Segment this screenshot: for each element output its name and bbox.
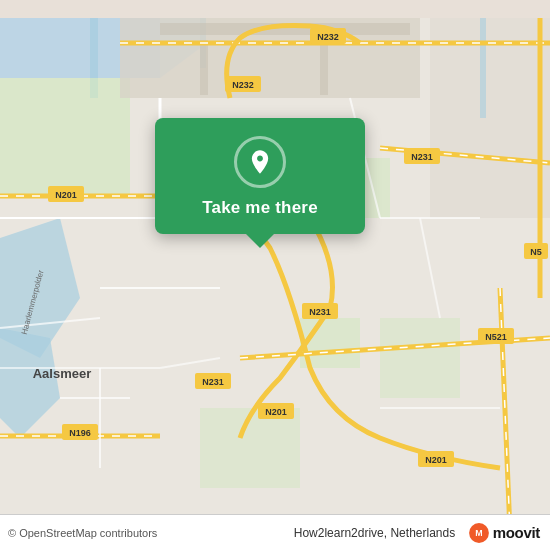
- svg-text:N521: N521: [485, 332, 507, 342]
- bottom-bar: © OpenStreetMap contributors How2learn2d…: [0, 514, 550, 550]
- svg-rect-16: [430, 18, 550, 218]
- svg-text:N232: N232: [317, 32, 339, 42]
- moovit-icon: M: [468, 522, 490, 544]
- svg-text:N5: N5: [530, 247, 542, 257]
- svg-rect-7: [0, 78, 130, 198]
- map-background: N232 N232 N231 N231 N231 N231 N201 N201 …: [0, 0, 550, 550]
- svg-text:Aalsmeer: Aalsmeer: [33, 366, 92, 381]
- svg-text:M: M: [475, 528, 482, 538]
- attribution: © OpenStreetMap contributors: [8, 527, 157, 539]
- svg-text:N196: N196: [69, 428, 91, 438]
- take-me-there-label[interactable]: Take me there: [202, 198, 318, 218]
- map-popup[interactable]: Take me there: [155, 118, 365, 234]
- svg-text:N231: N231: [202, 377, 224, 387]
- moovit-logo: M moovit: [468, 522, 540, 544]
- map-container: N232 N232 N231 N231 N231 N231 N201 N201 …: [0, 0, 550, 550]
- svg-rect-10: [380, 318, 460, 398]
- svg-text:N201: N201: [265, 407, 287, 417]
- svg-text:N231: N231: [309, 307, 331, 317]
- moovit-text: moovit: [493, 524, 540, 541]
- svg-rect-15: [320, 40, 328, 95]
- location-pin-icon: [246, 148, 274, 176]
- attribution-text: © OpenStreetMap contributors: [8, 527, 157, 539]
- svg-text:N231: N231: [411, 152, 433, 162]
- site-name: How2learn2drive, Netherlands: [294, 526, 455, 540]
- svg-text:N201: N201: [55, 190, 77, 200]
- bottom-bar-right: How2learn2drive, Netherlands M moovit: [294, 522, 540, 544]
- svg-text:N201: N201: [425, 455, 447, 465]
- popup-icon-circle: [234, 136, 286, 188]
- svg-rect-14: [200, 40, 208, 95]
- svg-text:N232: N232: [232, 80, 254, 90]
- svg-rect-17: [480, 18, 486, 118]
